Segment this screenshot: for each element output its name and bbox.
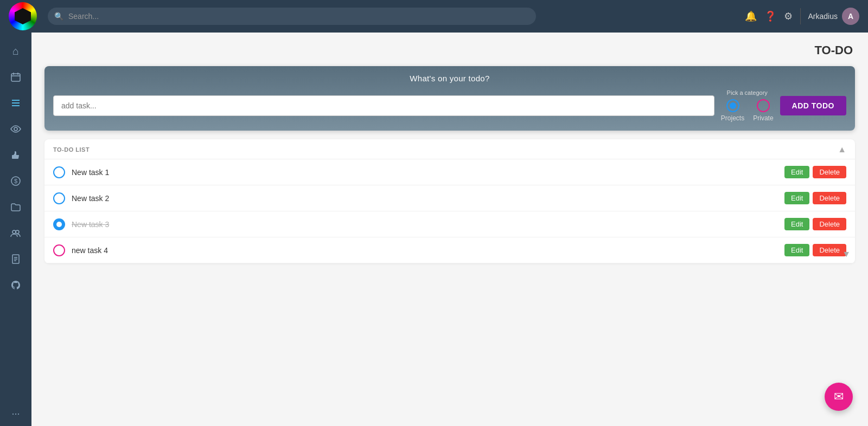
svg-text:$: $ bbox=[14, 178, 17, 184]
sidebar-item-home[interactable]: ⌂ bbox=[4, 39, 28, 63]
delete-button-1[interactable]: Delete bbox=[813, 166, 846, 178]
main-content: TO-DO What's on your todo? Pick a catego… bbox=[31, 33, 868, 426]
sidebar-item-group[interactable] bbox=[4, 221, 28, 245]
todo-input-row: Pick a category Projects Private ADD TOD… bbox=[44, 89, 855, 131]
notification-icon[interactable]: 🔔 bbox=[745, 10, 757, 22]
task-circle-1[interactable] bbox=[53, 166, 65, 178]
topbar: 🔍 🔔 ❓ ⚙ Arkadius A bbox=[0, 0, 868, 33]
search-icon: 🔍 bbox=[54, 12, 63, 21]
todo-form-header: What's on your todo? bbox=[44, 66, 855, 89]
search-input[interactable] bbox=[48, 8, 536, 25]
delete-button-2[interactable]: Delete bbox=[813, 192, 846, 204]
private-label: Private bbox=[753, 114, 773, 122]
help-icon[interactable]: ❓ bbox=[764, 10, 776, 22]
edit-button-2[interactable]: Edit bbox=[784, 192, 809, 204]
task-actions-2: Edit Delete bbox=[784, 192, 846, 204]
private-radio[interactable] bbox=[757, 99, 770, 112]
topbar-right: 🔔 ❓ ⚙ Arkadius A bbox=[745, 8, 859, 25]
category-option-private[interactable]: Private bbox=[753, 99, 773, 122]
message-icon: ✉ bbox=[834, 390, 844, 404]
table-row: New task 2 Edit Delete bbox=[44, 185, 855, 211]
app-logo[interactable] bbox=[9, 2, 37, 30]
avatar: A bbox=[842, 8, 859, 25]
delete-button-4[interactable]: Delete bbox=[813, 244, 846, 256]
category-options: Projects Private bbox=[721, 99, 774, 122]
task-actions-3: Edit Delete bbox=[784, 218, 846, 230]
sidebar-item-money[interactable]: $ bbox=[4, 169, 28, 193]
scroll-up-button[interactable]: ▲ bbox=[838, 145, 846, 154]
task-text-2: New task 2 bbox=[72, 194, 778, 203]
table-row: New task 1 Edit Delete bbox=[44, 159, 855, 185]
search-container: 🔍 bbox=[48, 8, 536, 25]
table-row: New task 3 Edit Delete bbox=[44, 211, 855, 237]
sidebar-item-document[interactable] bbox=[4, 247, 28, 271]
task-circle-4[interactable] bbox=[53, 244, 65, 256]
task-actions-1: Edit Delete bbox=[784, 166, 846, 178]
svg-point-10 bbox=[12, 230, 16, 234]
logo-cube bbox=[15, 8, 31, 24]
page-title: TO-DO bbox=[44, 43, 855, 57]
sidebar: ⌂ $ ··· bbox=[0, 33, 31, 426]
todo-list-section: TO-DO LIST ▲ New task 1 Edit Delete New … bbox=[44, 139, 855, 263]
settings-icon[interactable]: ⚙ bbox=[784, 10, 793, 22]
fab-message-button[interactable]: ✉ bbox=[825, 383, 853, 411]
svg-point-11 bbox=[16, 230, 19, 234]
task-text-1: New task 1 bbox=[72, 168, 778, 177]
svg-rect-0 bbox=[11, 74, 20, 81]
sidebar-item-thumbsup[interactable] bbox=[4, 143, 28, 167]
svg-point-7 bbox=[14, 127, 17, 131]
sidebar-item-github[interactable] bbox=[4, 273, 28, 297]
todo-form-card: What's on your todo? Pick a category Pro… bbox=[44, 66, 855, 131]
todo-list-header: TO-DO LIST ▲ bbox=[44, 139, 855, 159]
sidebar-item-calendar[interactable] bbox=[4, 65, 28, 89]
task-input[interactable] bbox=[53, 95, 714, 116]
task-text-3: New task 3 bbox=[72, 220, 778, 229]
scroll-down-button[interactable]: ▼ bbox=[842, 249, 851, 259]
sidebar-item-eye[interactable] bbox=[4, 117, 28, 141]
divider bbox=[800, 8, 801, 24]
task-circle-3[interactable] bbox=[53, 218, 65, 230]
edit-button-1[interactable]: Edit bbox=[784, 166, 809, 178]
user-menu[interactable]: Arkadius A bbox=[808, 8, 859, 25]
category-option-projects[interactable]: Projects bbox=[721, 99, 744, 122]
sidebar-item-todo[interactable] bbox=[4, 91, 28, 115]
projects-radio[interactable] bbox=[726, 99, 739, 112]
task-actions-4: Edit Delete bbox=[784, 244, 846, 256]
projects-label: Projects bbox=[721, 114, 744, 122]
sidebar-more[interactable]: ··· bbox=[11, 408, 20, 419]
todo-list-title: TO-DO LIST bbox=[53, 146, 90, 153]
task-circle-2[interactable] bbox=[53, 192, 65, 204]
task-text-4: new task 4 bbox=[72, 246, 778, 255]
table-row: new task 4 Edit Delete bbox=[44, 237, 855, 263]
username-label: Arkadius bbox=[808, 12, 838, 21]
edit-button-4[interactable]: Edit bbox=[784, 244, 809, 256]
delete-button-3[interactable]: Delete bbox=[813, 218, 846, 230]
category-label: Pick a category bbox=[727, 89, 768, 96]
category-section: Pick a category Projects Private bbox=[721, 89, 774, 122]
add-todo-button[interactable]: ADD TODO bbox=[780, 96, 846, 115]
edit-button-3[interactable]: Edit bbox=[784, 218, 809, 230]
sidebar-item-folder[interactable] bbox=[4, 195, 28, 219]
